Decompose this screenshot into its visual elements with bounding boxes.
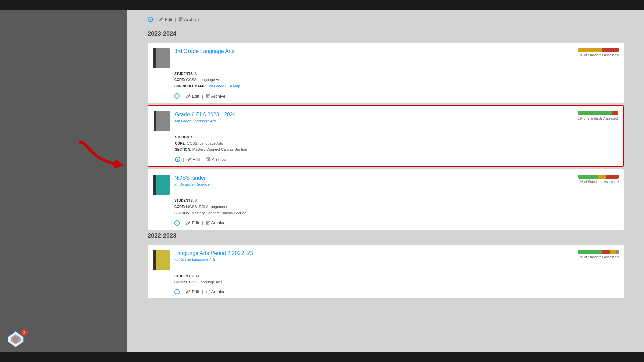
top-bar [0, 0, 644, 10]
bar-segment-gold-4 [610, 250, 616, 254]
section-label-3: Section: [174, 211, 191, 215]
sep-2a: | [183, 157, 184, 162]
students-value-2: 8 [195, 135, 197, 139]
notebook-body-1 [156, 48, 170, 68]
students-row-2: Students: 8 [175, 135, 618, 140]
course-actions-3: i | Edit | Archive [174, 220, 619, 226]
notebook-body-3 [156, 175, 170, 195]
course-card-2: Grade 6 ELA 2023 - 2024 6th Grade Langua… [148, 105, 624, 167]
standards-label-1: 5% of Standards Assessed [578, 53, 619, 57]
students-row-1: Students: 3 [174, 71, 619, 76]
top-action-row: i | Edit | Archive [148, 13, 624, 29]
course-card-1: 3rd Grade Language Arts 5% of Standards … [148, 43, 624, 103]
bottom-bar [0, 352, 644, 362]
standards-bar-container-4: 3% of Standards Assessed [578, 250, 619, 259]
course-card-3: NGSS kinder Kindergarten Science 4% of S… [148, 169, 624, 229]
course-title-2[interactable]: Grade 6 ELA 2023 - 2024 [175, 112, 236, 117]
course-info-4: Language Arts Period 2 2022_23 7th Grade… [174, 250, 619, 262]
curriculum-link-1[interactable]: 3rd Grade ELA Map [208, 84, 240, 88]
main-content: i | Edit | Archive 2023-2024 [127, 10, 644, 352]
svg-rect-1 [206, 94, 209, 95]
course-thumbnail-4 [153, 250, 170, 270]
info-icon-3[interactable]: i [174, 220, 180, 226]
section-row-3: Section: Mastery Connect Canvas Section [174, 210, 619, 216]
core-value-2: CCSS: Language Arts [187, 141, 223, 145]
course-meta-3: Students: 8 Core: NGSS: DCI Arrangement … [174, 198, 619, 217]
archive-button-top[interactable]: Archive [179, 17, 199, 22]
course-title-3[interactable]: NGSS kinder [174, 175, 206, 181]
bar-segment-gold-1 [578, 48, 602, 52]
bar-segment-red-1 [602, 48, 619, 52]
course-meta-2: Students: 8 Core: CCSS: Language Arts Se… [175, 135, 618, 153]
edit-button-3[interactable]: Edit [186, 220, 199, 225]
course-info-1: 3rd Grade Language Arts [174, 48, 619, 55]
separator-top-1: | [156, 17, 157, 22]
archive-icon-2 [206, 157, 210, 161]
core-row-3: Core: NGSS: DCI Arrangement [174, 204, 619, 209]
edit-button-2[interactable]: Edit [187, 157, 200, 162]
sep-4a: | [182, 289, 183, 294]
course-info-2: Grade 6 ELA 2023 - 2024 6th Grade Langua… [175, 111, 618, 123]
svg-rect-4 [206, 290, 209, 291]
course-title-1[interactable]: 3rd Grade Language Arts [174, 48, 235, 54]
core-label-2: Core: [175, 142, 186, 145]
year-section-2023-2024: 2023-2024 3rd Grade Language Arts [148, 30, 624, 230]
course-actions-4: i | Edit | Archive [174, 289, 619, 294]
bar-segment-gray-4 [616, 250, 619, 254]
standards-bar-4 [578, 250, 619, 254]
standards-bar-3 [578, 175, 619, 179]
standards-bar-container-3: 4% of Standards Assessed [578, 175, 619, 184]
notebook-body-4 [156, 250, 170, 270]
notebook-spine-4 [153, 250, 156, 270]
bar-segment-red-3 [606, 175, 619, 179]
bar-segment-red-2 [612, 111, 618, 115]
core-label-4: Core: [174, 280, 185, 284]
curriculum-row-1: Curriculum Map: 3rd Grade ELA Map [174, 84, 619, 89]
edit-button-1[interactable]: Edit [186, 94, 199, 99]
course-subtitle-2: 6th Grade Language Arts [175, 119, 618, 123]
bar-segment-gold-3 [598, 175, 606, 179]
students-label-1: Students: [174, 72, 194, 76]
course-title-4[interactable]: Language Arts Period 2 2022_23 [174, 250, 253, 256]
course-header-2: Grade 6 ELA 2023 - 2024 6th Grade Langua… [154, 111, 618, 131]
avatar-badge[interactable]: 2 [7, 330, 27, 350]
core-label-3: Core: [174, 205, 185, 209]
archive-icon-3 [206, 221, 210, 225]
year-section-2022-2023: 2022-2023 Language Arts Period 2 2022_23… [148, 232, 624, 299]
course-actions-2: i | Edit | Archive [175, 157, 618, 162]
course-header-3: NGSS kinder Kindergarten Science 4% of S… [153, 175, 619, 195]
students-value-1: 3 [195, 72, 197, 76]
notebook-body-2 [156, 111, 170, 131]
standards-bar-container-1: 5% of Standards Assessed [578, 48, 619, 57]
notebook-spine-3 [153, 175, 156, 195]
archive-icon-top [179, 17, 183, 21]
info-icon-1[interactable]: i [174, 93, 180, 99]
bar-segment-red-4 [602, 250, 610, 254]
course-card-4: Language Arts Period 2 2022_23 7th Grade… [148, 245, 624, 299]
archive-button-2[interactable]: Archive [206, 157, 226, 162]
standards-bar-container-2: 1% of Standards Assessed [578, 111, 618, 120]
info-icon-top[interactable]: i [148, 17, 153, 22]
archive-icon-4 [206, 290, 210, 294]
info-icon-4[interactable]: i [174, 289, 180, 294]
curriculum-label-1: Curriculum Map: [174, 84, 207, 88]
archive-button-3[interactable]: Archive [206, 220, 225, 225]
students-label-3: Students: [174, 199, 194, 202]
edit-button-top[interactable]: Edit [159, 17, 172, 22]
separator-top-2: | [175, 17, 176, 22]
info-icon-2[interactable]: i [175, 157, 180, 162]
sep-1a: | [182, 94, 183, 99]
svg-rect-0 [179, 18, 182, 19]
sep-1b: | [202, 94, 203, 99]
edit-button-4[interactable]: Edit [186, 289, 199, 294]
section-label-2: Section: [175, 148, 191, 152]
archive-button-1[interactable]: Archive [206, 94, 225, 99]
standards-bar-1 [578, 48, 619, 52]
core-row-2: Core: CCSS: Language Arts [175, 141, 618, 146]
course-subtitle-4: 7th Grade Language Arts [174, 257, 619, 261]
archive-icon-1 [206, 94, 210, 98]
archive-button-4[interactable]: Archive [206, 289, 225, 294]
badge-count: 2 [21, 329, 28, 336]
students-row-3: Students: 8 [174, 198, 619, 203]
core-value-3: NGSS: DCI Arrangement [186, 205, 227, 209]
